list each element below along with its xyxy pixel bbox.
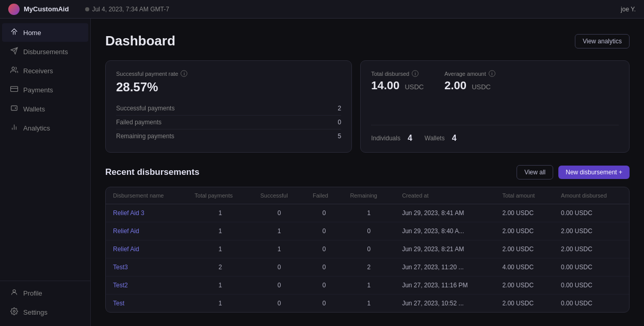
brand: MyCustomAid: [8, 4, 69, 15]
credit-card-icon: [10, 85, 18, 94]
table-cell: 2.00 USDC: [495, 204, 554, 222]
table-cell: 2.00 USDC: [495, 295, 554, 313]
table-column-header: Created at: [395, 187, 495, 204]
disbursed-bottom: Individuals 4 Wallets 4: [371, 125, 619, 143]
table-cell: Jun 29, 2023, 8:40 A...: [395, 222, 495, 240]
average-amount-info-icon: i: [489, 70, 495, 77]
table-column-header: Total payments: [187, 187, 253, 204]
table-cell: 0.00 USDC: [554, 276, 629, 295]
svg-point-2: [12, 67, 14, 70]
stat-row-value: 0: [338, 119, 342, 126]
sidebar-item-label: Disbursements: [23, 48, 68, 56]
table-row: Test21001Jun 27, 2023, 11:16 PM2.00 USDC…: [106, 276, 629, 295]
table-header: Disbursement nameTotal paymentsSuccessfu…: [106, 187, 629, 204]
table-cell: 0: [343, 240, 395, 258]
section-actions: View all New disbursement +: [517, 165, 630, 180]
table-cell: 1: [187, 276, 253, 295]
table-row: Relief Aid1100Jun 29, 2023, 8:40 A...2.0…: [106, 222, 629, 240]
sidebar-item-analytics[interactable]: Analytics: [2, 119, 88, 137]
individuals-metric: Individuals 4: [371, 134, 412, 143]
sidebar-item-profile[interactable]: Profile: [2, 284, 88, 302]
sidebar-item-payments[interactable]: Payments: [2, 80, 88, 99]
average-amount-value: 2.00 USDC: [444, 79, 495, 92]
table-row: Relief Aid 31001Jun 29, 2023, 8:41 AM2.0…: [106, 204, 629, 222]
table-cell: 0: [305, 295, 343, 313]
brand-logo: [8, 4, 20, 15]
view-analytics-button[interactable]: View analytics: [575, 34, 630, 48]
table-cell: 0: [253, 295, 305, 313]
table-cell: 0: [343, 222, 395, 240]
view-all-button[interactable]: View all: [517, 165, 553, 180]
sidebar-item-label: Settings: [23, 308, 47, 316]
sidebar-item-label: Analytics: [23, 124, 50, 132]
disbursed-card: Total disbursed i 14.00 USDC Average amo…: [360, 60, 630, 153]
payment-rate-info-icon: i: [181, 70, 187, 77]
average-amount-label: Average amount i: [444, 70, 495, 77]
sidebar-item-settings[interactable]: Settings: [2, 303, 88, 321]
table-column-header: Failed: [305, 187, 343, 204]
table-cell: 0: [253, 258, 305, 276]
table-cell: 0: [253, 204, 305, 222]
table-cell: 2: [343, 258, 395, 276]
wallet-icon: [10, 104, 18, 113]
sidebar-item-home[interactable]: Home: [2, 23, 88, 42]
disbursement-name-cell[interactable]: Test2: [106, 276, 187, 295]
svg-rect-3: [11, 87, 18, 92]
sidebar-item-label: Wallets: [23, 105, 45, 113]
table-cell: 1: [187, 240, 253, 258]
sidebar-item-receivers[interactable]: Receivers: [2, 61, 88, 80]
stat-row: Remaining payments5: [116, 129, 341, 143]
table-cell: Jun 27, 2023, 11:20 ...: [395, 258, 495, 276]
recent-disbursements-header: Recent disbursements View all New disbur…: [105, 165, 630, 180]
svg-point-5: [15, 108, 15, 108]
stat-row-value: 5: [338, 133, 342, 140]
stat-row-value: 2: [338, 105, 342, 112]
wallets-metric: Wallets 4: [425, 134, 457, 143]
app-body: HomeDisbursementsReceiversPaymentsWallet…: [0, 19, 644, 326]
average-amount-block: Average amount i 2.00 USDC: [444, 70, 495, 92]
table-cell: 0: [305, 276, 343, 295]
bar-chart-icon: [10, 123, 18, 133]
disbursements-table: Disbursement nameTotal paymentsSuccessfu…: [106, 187, 629, 312]
recent-disbursements-title: Recent disbursements: [105, 167, 199, 177]
gear-icon: [10, 307, 18, 317]
svg-point-10: [13, 311, 15, 313]
main-content: Dashboard View analytics Successful paym…: [91, 19, 644, 326]
time-text: Jul 4, 2023, 7:34 AM GMT-7: [92, 6, 169, 13]
disbursement-name-cell[interactable]: Relief Aid: [106, 222, 187, 240]
table-cell: 0: [305, 240, 343, 258]
page-title: Dashboard: [105, 33, 175, 49]
sidebar: HomeDisbursementsReceiversPaymentsWallet…: [0, 19, 91, 326]
table-cell: Jun 29, 2023, 8:41 AM: [395, 204, 495, 222]
new-disbursement-button[interactable]: New disbursement +: [558, 166, 630, 179]
payment-rate-card: Successful payment rate i 28.57% Success…: [105, 60, 352, 153]
payment-rate-label: Successful payment rate i: [116, 70, 341, 77]
table-cell: 2.00 USDC: [495, 240, 554, 258]
table-cell: 1: [253, 240, 305, 258]
table-cell: 2.00 USDC: [495, 276, 554, 295]
total-disbursed-label: Total disbursed i: [371, 70, 424, 77]
topbar: MyCustomAid Jul 4, 2023, 7:34 AM GMT-7 j…: [0, 0, 644, 19]
table-cell: 1: [187, 204, 253, 222]
stat-row: Successful payments2: [116, 102, 341, 116]
table-column-header: Disbursement name: [106, 187, 187, 204]
total-disbursed-value: 14.00 USDC: [371, 79, 424, 92]
table-row: Test1001Jun 27, 2023, 10:52 ...2.00 USDC…: [106, 295, 629, 313]
sidebar-item-label: Profile: [23, 289, 42, 297]
disbursement-name-cell[interactable]: Test: [106, 295, 187, 313]
sidebar-item-disbursements[interactable]: Disbursements: [2, 42, 88, 61]
table-cell: 0: [305, 204, 343, 222]
payment-rate-value: 28.57%: [116, 80, 341, 94]
topbar-user: joe Y.: [621, 6, 636, 13]
disbursement-name-cell[interactable]: Relief Aid 3: [106, 204, 187, 222]
disbursement-name-cell[interactable]: Test3: [106, 258, 187, 276]
table-cell: 1: [343, 295, 395, 313]
table-cell: 1: [187, 295, 253, 313]
sidebar-item-wallets[interactable]: Wallets: [2, 100, 88, 118]
stat-row: Failed payments0: [116, 116, 341, 129]
sidebar-item-label: Receivers: [23, 67, 53, 75]
table-row: Relief Aid1100Jun 29, 2023, 8:21 AM2.00 …: [106, 240, 629, 258]
topbar-time: Jul 4, 2023, 7:34 AM GMT-7: [85, 6, 169, 13]
disbursement-name-cell[interactable]: Relief Aid: [106, 240, 187, 258]
table-cell: 0: [253, 276, 305, 295]
